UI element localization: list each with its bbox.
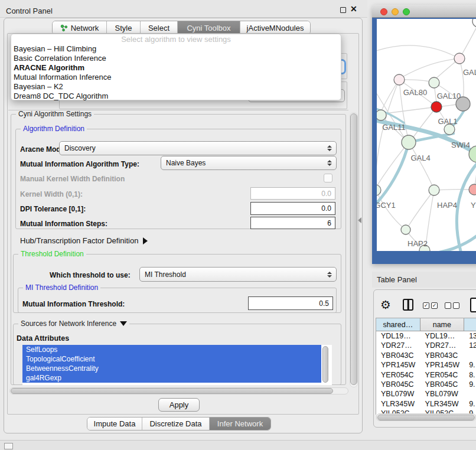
hub-definition-toggle[interactable]: Hub/Transcription Factor Definition [20,236,148,245]
algorithm-option[interactable]: Dream8 DC_TDC Algorithm [11,92,341,101]
cell[interactable]: YER054C [376,370,420,380]
gear-icon[interactable]: ⚙ [380,298,391,312]
algorithm-option-selected[interactable]: ARACNE Algorithm [11,63,341,73]
table-row[interactable]: YLR345W YLR345W 9. [376,399,476,409]
cell[interactable]: YDR27… [376,341,420,350]
cell[interactable]: YBR043C [420,351,465,360]
cyni-bottom-tabs: Impute Data Discretize Data Infer Networ… [87,417,271,431]
cell[interactable]: YER054C [420,370,465,380]
cell[interactable]: YPR145W [420,360,465,370]
apply-button[interactable]: Apply [158,398,200,412]
aracne-mode-select[interactable]: Discovery [59,141,337,155]
attribute-item-selected[interactable]: gal4RGexp [22,373,321,383]
expand-arrow-icon[interactable] [120,321,127,326]
cell[interactable]: YLR345W [376,399,420,409]
node-salmon[interactable] [469,184,476,195]
algorithm-option[interactable]: Bayesian – Hill Climbing [11,44,341,54]
network-icon [60,24,68,32]
table-row[interactable]: YER054C YER054C 8. [376,370,476,380]
table-row[interactable]: YBR045C YBR045C 9. [376,380,476,389]
cell[interactable]: 12 [464,341,476,350]
show-all-columns-icon[interactable]: ✓ ✓ [423,302,438,309]
splitter-handle[interactable] [358,217,361,223]
table-hscrollbar-thumb[interactable] [377,415,475,420]
close-button[interactable] [380,8,387,15]
table-row[interactable]: YBL079W YBL079W [376,389,476,399]
node[interactable] [472,19,476,27]
cell[interactable]: 9. [464,360,476,370]
tab-jactivemnodules[interactable]: jActiveMNodules [240,21,310,34]
node-hap4[interactable] [429,185,439,195]
kernel-width-field[interactable]: 0.0 [250,187,335,200]
mi-type-select[interactable]: Naive Bayes [161,156,337,170]
hide-all-columns-icon[interactable] [445,302,459,309]
algorithm-option[interactable]: Bayesian – K2 [11,82,341,92]
table-row[interactable]: YBR043C YBR043C [376,351,476,360]
checked-box-icon: ✓ [423,302,429,309]
threshold-definition-title: Threshold Definition [18,250,86,258]
attribute-item-selected[interactable]: SelfLoops [22,345,321,354]
node-label: GAL10 [437,92,461,100]
cell[interactable]: 9. [464,399,476,409]
split-columns-icon[interactable] [403,299,413,311]
network-canvas[interactable]: GAL GAL80 GAL10 GAL1 GAL11 SWI4 GAL4 GCY… [377,19,476,251]
cell[interactable] [464,389,476,399]
settings-vscrollbar-thumb[interactable] [350,113,357,385]
table-row[interactable]: YDL19… YDL19… 13 [376,331,476,341]
tab-impute-data-label: Impute Data [94,419,136,428]
node-gal80[interactable] [394,74,405,85]
cell[interactable]: 13 [464,331,476,341]
tab-network[interactable]: Network [53,21,107,34]
cell[interactable]: YBL079W [420,389,465,399]
algorithm-option[interactable]: Basic Correlation Inference [11,54,341,63]
which-threshold-select[interactable]: MI Threshold [139,267,337,282]
attribute-item-selected[interactable]: TopologicalCoefficient [22,354,321,364]
tab-select[interactable]: Select [141,21,178,34]
page-icon[interactable] [470,298,476,312]
tab-cyni-toolbox[interactable]: Cyni Toolbox [178,21,240,34]
node-gal10[interactable] [429,77,439,88]
cell[interactable]: YDR27… [420,341,465,350]
float-window-icon[interactable] [340,7,346,13]
mi-threshold-field[interactable]: 0.5 [248,296,333,310]
close-icon[interactable]: ✕ [350,4,357,14]
node-label: GAL80 [403,88,427,97]
node-gal4[interactable] [402,135,416,149]
node-gal-partial[interactable] [454,53,465,64]
cell[interactable]: YLR345W [420,399,465,409]
cell[interactable]: YBR045C [376,380,420,389]
column-header-partial[interactable] [464,318,476,331]
table-row[interactable]: YDR27… YDR27… 12 [376,341,476,350]
attribute-item-selected[interactable]: BetweennessCentrality [22,364,321,373]
dpi-tolerance-field[interactable]: 0.0 [250,202,335,215]
tab-infer-network[interactable]: Infer Network [210,418,270,430]
network-window-titlebar[interactable] [372,5,476,18]
node-gcy1[interactable] [377,185,381,195]
cell[interactable]: YBR045C [420,380,465,389]
column-header-shared-name[interactable]: shared… [376,318,420,331]
node-hap2[interactable] [401,225,410,234]
cell[interactable]: 9. [464,380,476,389]
cell[interactable]: 8. [464,370,476,380]
cell[interactable]: YPR145W [376,360,420,370]
cell[interactable]: YDL19… [420,331,465,341]
cell[interactable] [464,351,476,360]
settings-hscrollbar-thumb[interactable] [11,388,333,394]
minimize-button[interactable] [392,8,399,15]
collapsed-panel-icon[interactable] [4,443,13,449]
attribute-list-scrollbar[interactable] [322,346,328,383]
manual-kernel-checkbox[interactable] [324,174,332,182]
node-gal11[interactable] [377,110,386,120]
mi-steps-field[interactable]: 6 [250,217,335,229]
tab-style[interactable]: Style [107,21,141,34]
column-header-name[interactable]: name [420,318,465,331]
tab-impute-data[interactable]: Impute Data [87,418,142,430]
zoom-button[interactable] [403,8,410,15]
cell[interactable]: YBR043C [376,351,420,360]
cell[interactable]: YBL079W [376,389,420,399]
table-row[interactable]: YPR145W YPR145W 9. [376,360,476,370]
node-gal1[interactable] [431,102,442,112]
tab-discretize-data[interactable]: Discretize Data [142,418,210,430]
algorithm-option[interactable]: Mutual Information Inference [11,73,341,82]
cell[interactable]: YDL19… [376,331,420,341]
